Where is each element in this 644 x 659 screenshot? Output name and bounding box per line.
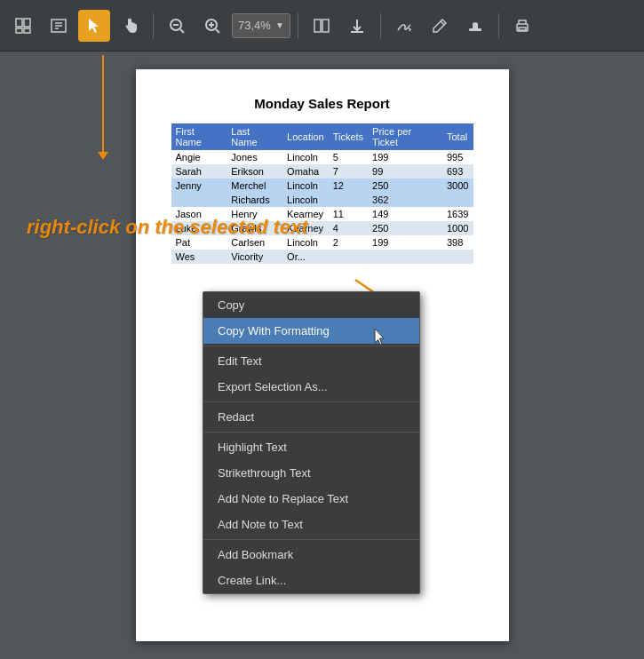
svg-rect-15: [314, 20, 321, 32]
table-row-selected: JennyMerchelLincoln122503000: [171, 179, 473, 193]
ctx-highlight-text[interactable]: Highlight Text: [203, 434, 419, 460]
draw-button[interactable]: [424, 10, 456, 42]
svg-rect-0: [16, 19, 22, 27]
ctx-export-selection[interactable]: Export Selection As...: [203, 374, 419, 400]
table-row: JasonHenryKearney111491639: [171, 207, 473, 221]
context-menu: Copy Copy With Formatting Edit Text Expo…: [203, 291, 420, 594]
hand-tool-button[interactable]: [114, 10, 146, 42]
table-header-row: First Name Last Name Location Tickets Pr…: [171, 123, 473, 150]
svg-rect-2: [16, 28, 22, 33]
col-firstname: First Name: [171, 123, 227, 150]
page-layout-button[interactable]: [306, 10, 338, 42]
toolbar: 73,4% ▼: [0, 0, 644, 52]
ctx-sep-2: [203, 401, 419, 402]
ctx-sep-3: [203, 432, 419, 433]
table-row: SarahEriksonOmaha799693: [171, 164, 473, 179]
col-price: Price per Ticket: [368, 123, 442, 150]
ctx-sep-4: [203, 539, 419, 540]
ctx-copy-with-formatting[interactable]: Copy With Formatting: [203, 318, 419, 344]
ctx-copy[interactable]: Copy: [203, 292, 419, 318]
sep3: [380, 13, 381, 38]
download-button[interactable]: [341, 10, 373, 42]
ctx-create-link[interactable]: Create Link...: [203, 568, 419, 593]
sep1: [153, 13, 154, 38]
table-row: LukeGrawlsKearney42501000: [171, 221, 473, 235]
pdf-title: Monday Sales Report: [171, 96, 473, 111]
col-location: Location: [282, 123, 329, 150]
ctx-redact[interactable]: Redact: [203, 404, 419, 430]
table-row: WesVicorityOr...: [171, 250, 473, 264]
table-row-selected: RichardsLincoln362: [171, 193, 473, 207]
svg-rect-19: [469, 28, 481, 31]
table-row: PatCarlsenLincoln2199398: [171, 235, 473, 250]
main-content: Monday Sales Report First Name Last Name…: [0, 52, 644, 659]
ctx-add-bookmark[interactable]: Add Bookmark: [203, 542, 419, 568]
table-row: AngieJonesLincoln5199995: [171, 150, 473, 164]
zoom-level[interactable]: 73,4% ▼: [232, 13, 290, 38]
col-lastname: Last Name: [227, 123, 282, 150]
svg-rect-1: [24, 19, 30, 27]
sales-table: First Name Last Name Location Tickets Pr…: [171, 123, 473, 264]
col-tickets: Tickets: [329, 123, 368, 150]
fit-width-button[interactable]: [43, 10, 75, 42]
svg-rect-16: [322, 20, 329, 32]
ctx-sep-1: [203, 345, 419, 346]
zoom-value: 73,4%: [238, 19, 271, 32]
ctx-add-note-replace[interactable]: Add Note to Replace Text: [203, 486, 419, 512]
zoom-dropdown-icon: ▼: [275, 20, 284, 30]
svg-line-14: [216, 29, 219, 33]
zoom-in-button[interactable]: [196, 10, 228, 42]
col-total: Total: [442, 123, 473, 150]
stamp-button[interactable]: [459, 10, 491, 42]
svg-line-18: [441, 21, 444, 25]
ctx-strikethrough-text[interactable]: Strikethrough Text: [203, 460, 419, 486]
sep2: [298, 13, 298, 38]
select-tool-button[interactable]: [78, 10, 110, 42]
zoom-out-button[interactable]: [161, 10, 193, 42]
fit-page-button[interactable]: [7, 10, 39, 42]
sep4: [498, 13, 499, 38]
svg-rect-21: [519, 28, 526, 30]
sign-button[interactable]: [388, 10, 420, 42]
print-button[interactable]: [506, 10, 538, 42]
ctx-edit-text[interactable]: Edit Text: [203, 348, 419, 374]
ctx-add-note-to[interactable]: Add Note to Text: [203, 512, 419, 537]
svg-rect-3: [24, 28, 30, 33]
svg-line-10: [180, 29, 184, 33]
